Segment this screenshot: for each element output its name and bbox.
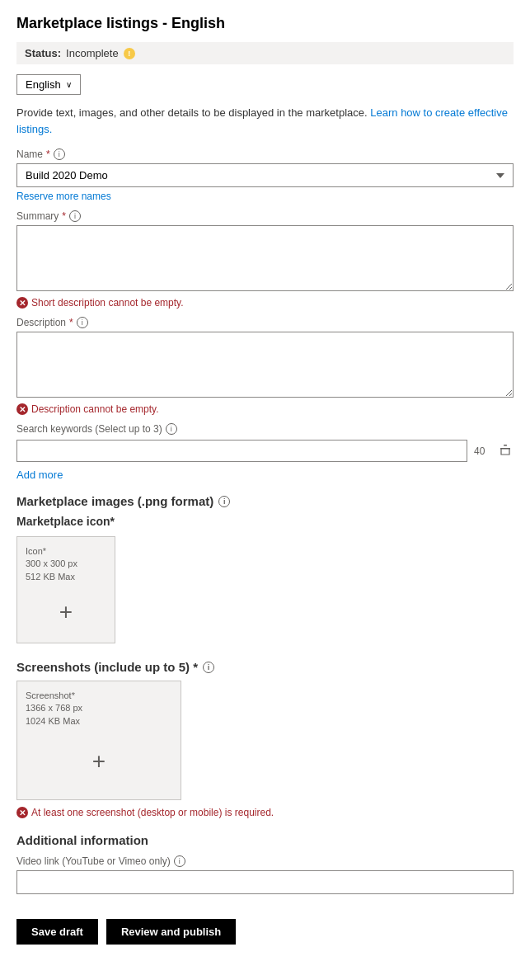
icon-upload-label: Icon*300 x 300 px512 KB Max <box>26 545 106 583</box>
language-dropdown[interactable]: English ∨ <box>16 74 81 95</box>
screenshot-upload-box[interactable]: Screenshot*1366 x 768 px1024 KB Max + <box>16 681 181 800</box>
name-required: * <box>46 148 50 160</box>
review-publish-button[interactable]: Review and publish <box>106 919 236 945</box>
summary-field-group: Summary * i ✕ Short description cannot b… <box>16 210 514 309</box>
video-input[interactable] <box>16 870 514 894</box>
keyword-input[interactable] <box>16 440 467 462</box>
reserve-names-link[interactable]: Reserve more names <box>16 191 111 202</box>
status-value: Incomplete <box>66 47 119 59</box>
delete-keyword-button[interactable] <box>497 441 514 461</box>
screenshots-info-icon[interactable]: i <box>203 662 214 673</box>
video-info-icon[interactable]: i <box>174 855 185 867</box>
additional-info-section: Additional information Video link (YouTu… <box>16 833 514 911</box>
summary-required: * <box>62 210 66 222</box>
summary-info-icon[interactable]: i <box>69 210 81 222</box>
status-bar: Status: Incomplete ! <box>16 42 514 64</box>
status-icon: ! <box>124 48 135 59</box>
icon-upload-box[interactable]: Icon*300 x 300 px512 KB Max + <box>16 536 115 643</box>
screenshot-upload-label: Screenshot*1366 x 768 px1024 KB Max <box>26 690 172 728</box>
screenshot-plus-icon: + <box>26 731 172 791</box>
description-label: Description * i <box>16 317 514 328</box>
keyword-row: 40 <box>16 440 514 462</box>
description-error-icon: ✕ <box>16 403 28 415</box>
summary-label: Summary * i <box>16 210 514 222</box>
description-textarea[interactable] <box>16 332 514 398</box>
additional-title: Additional information <box>16 833 514 847</box>
name-select[interactable]: Build 2020 Demo <box>16 163 514 187</box>
description-field-group: Description * i ✕ Description cannot be … <box>16 317 514 415</box>
keywords-label: Search keywords (Select up to 3) i <box>16 423 514 435</box>
keyword-count: 40 <box>474 445 490 457</box>
screenshot-error: ✕ At least one screenshot (desktop or mo… <box>16 807 514 818</box>
language-label: English <box>26 78 61 91</box>
images-section-title: Marketplace images (.png format) i <box>16 494 514 508</box>
save-draft-button[interactable]: Save draft <box>16 919 98 945</box>
page-title: Marketplace listings - English <box>16 15 514 32</box>
description-required: * <box>69 317 73 328</box>
chevron-down-icon: ∨ <box>66 80 72 89</box>
keywords-section: Search keywords (Select up to 3) i 40 Ad… <box>16 423 514 481</box>
name-field-group: Name * i Build 2020 Demo Reserve more na… <box>16 148 514 202</box>
screenshot-error-icon: ✕ <box>16 807 28 818</box>
status-label: Status: <box>25 47 61 59</box>
description-error: ✕ Description cannot be empty. <box>16 403 514 415</box>
keywords-info-icon[interactable]: i <box>166 423 177 435</box>
icon-plus-icon: + <box>26 590 106 634</box>
marketplace-icon-title: Marketplace icon* <box>16 515 514 528</box>
action-buttons: Save draft Review and publish <box>16 919 514 945</box>
screenshots-section-title: Screenshots (include up to 5) * i <box>16 660 514 674</box>
add-more-link[interactable]: Add more <box>16 469 63 481</box>
svg-rect-1 <box>504 445 507 446</box>
summary-textarea[interactable] <box>16 225 514 291</box>
summary-error-icon: ✕ <box>16 297 28 309</box>
summary-error: ✕ Short description cannot be empty. <box>16 297 514 309</box>
name-label: Name * i <box>16 148 514 160</box>
svg-rect-0 <box>500 448 510 450</box>
description-info-icon[interactable]: i <box>77 317 88 328</box>
video-label: Video link (YouTube or Vimeo only) i <box>16 855 514 867</box>
name-info-icon[interactable]: i <box>54 148 65 160</box>
images-info-icon[interactable]: i <box>218 496 230 507</box>
intro-text: Provide text, images, and other details … <box>16 105 514 137</box>
